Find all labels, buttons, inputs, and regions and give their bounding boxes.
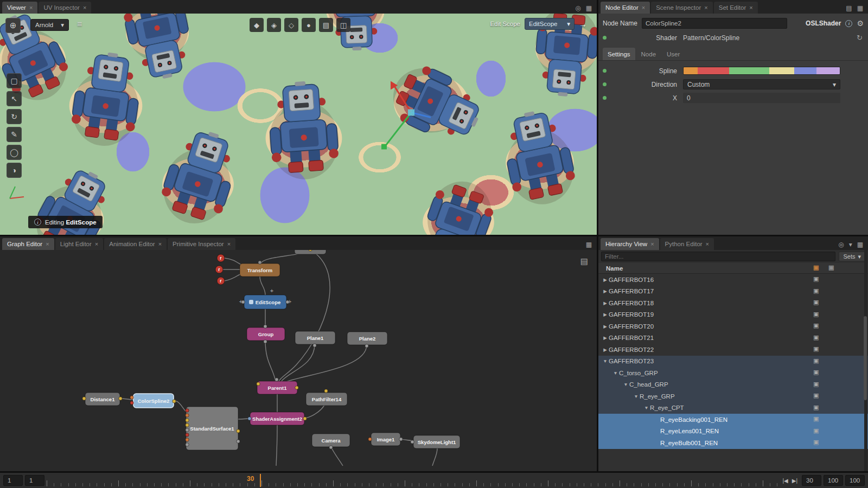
- graph-node-pathfilter14[interactable]: PathFilter14: [306, 393, 347, 406]
- graph-node-plane1[interactable]: Plane1: [295, 331, 335, 344]
- hierarchy-row-gafferbot23[interactable]: ▼GAFFERBOT23▣: [598, 356, 868, 368]
- layout-grid-icon[interactable]: ▦: [857, 4, 863, 12]
- image-compare-icon[interactable]: ◫: [336, 18, 350, 32]
- direction-select[interactable]: Custom ▾: [683, 79, 840, 89]
- hierarchy-row-r-eye-grp[interactable]: ▼R_eye_GRP▣: [598, 390, 868, 402]
- sets-filter-button[interactable]: Sets ▾: [839, 252, 865, 261]
- plug-dot[interactable]: [303, 417, 307, 420]
- plug-dot[interactable]: [324, 389, 328, 393]
- set-membership-cube-icon[interactable]: ▣: [813, 369, 819, 376]
- edit-scope-select[interactable]: EditScope ▾: [525, 18, 575, 30]
- annotation-note-icon[interactable]: ▤: [580, 256, 588, 266]
- close-tab-icon[interactable]: ×: [706, 241, 709, 247]
- node-connection[interactable]: [265, 341, 276, 381]
- plug-dot[interactable]: [237, 429, 240, 433]
- plug-dot[interactable]: [264, 340, 267, 343]
- expression-plug-dot[interactable]: r: [215, 266, 223, 273]
- hierarchy-row-c-torso-grp[interactable]: ▼C_torso_GRP▣: [598, 367, 868, 379]
- plug-dot[interactable]: [237, 440, 240, 443]
- set-membership-cube-icon[interactable]: ▣: [813, 322, 819, 329]
- camera-tool-icon[interactable]: ◯: [7, 145, 22, 160]
- close-tab-icon[interactable]: ×: [704, 5, 707, 11]
- toy-robot[interactable]: [67, 48, 146, 150]
- frame-field[interactable]: 100: [845, 475, 865, 486]
- set-membership-cube-icon[interactable]: ▣: [813, 275, 819, 282]
- plug-dot[interactable]: [186, 409, 189, 412]
- timeline-ruler[interactable]: 30: [47, 473, 778, 488]
- expression-plug-dot[interactable]: r: [217, 277, 225, 285]
- hierarchy-filter-input[interactable]: [601, 252, 835, 261]
- close-tab-icon[interactable]: ×: [46, 241, 49, 247]
- close-tab-icon[interactable]: ×: [83, 5, 86, 11]
- hierarchy-row-gafferbot18[interactable]: ▶GAFFERBOT18▣: [598, 297, 868, 309]
- select-tool-icon[interactable]: ▢: [7, 73, 22, 88]
- set-membership-cube-icon[interactable]: ▣: [813, 299, 819, 306]
- panel-menu-icon[interactable]: ▤: [846, 4, 852, 12]
- viewer-menu-icon[interactable]: ≡: [77, 20, 82, 29]
- set-membership-cube-icon[interactable]: ▣: [813, 287, 819, 294]
- set-membership-cube-icon[interactable]: ▣: [813, 311, 819, 318]
- graph-node-shaderassignment2[interactable]: ShaderAssignment2: [250, 412, 304, 425]
- node-connection[interactable]: [225, 258, 241, 265]
- graph-node-editscope[interactable]: EditScope: [244, 295, 286, 309]
- render-control-icon[interactable]: ◎: [838, 241, 844, 248]
- expander-icon[interactable]: ▶: [602, 324, 609, 329]
- node-graph-canvas[interactable]: +++TransformEditScopeGroupPlane1Plane2Pa…: [0, 250, 597, 471]
- layout-grid-icon[interactable]: ▦: [586, 241, 592, 248]
- shaded-cube-icon[interactable]: ◆: [250, 18, 264, 32]
- tab-user[interactable]: User: [662, 48, 685, 60]
- graph-node-transform[interactable]: Transform: [240, 264, 280, 277]
- plug-dot[interactable]: [329, 446, 333, 449]
- set-membership-cube-icon[interactable]: ▣: [813, 381, 819, 388]
- inclusions-column-icon[interactable]: ▣: [813, 264, 819, 271]
- expression-plug-dot[interactable]: r: [217, 254, 225, 262]
- plug-dot[interactable]: [186, 419, 189, 422]
- tab-light-editor[interactable]: Light Editor×: [55, 238, 104, 250]
- renderer-select[interactable]: Arnold ▾: [30, 19, 69, 31]
- hierarchy-row-gafferbot21[interactable]: ▶GAFFERBOT21▣: [598, 332, 868, 344]
- rotate-tool-icon[interactable]: ↻: [7, 109, 22, 124]
- translate-tool-icon[interactable]: ↖: [7, 91, 22, 106]
- node-connection[interactable]: [283, 345, 367, 383]
- close-tab-icon[interactable]: ×: [642, 5, 645, 11]
- set-membership-cube-icon[interactable]: ▣: [813, 439, 819, 446]
- node-connection[interactable]: [225, 274, 241, 281]
- close-tab-icon[interactable]: ×: [227, 241, 231, 247]
- layout-grid-icon[interactable]: ▦: [586, 4, 592, 12]
- plug-dot[interactable]: [365, 344, 368, 348]
- plug-dot[interactable]: [368, 438, 372, 441]
- tab-node-editor[interactable]: Node Editor×: [601, 2, 650, 14]
- tab-primitive-inspector[interactable]: Primitive Inspector×: [168, 238, 235, 250]
- plug-dot[interactable]: [309, 250, 312, 251]
- skip-to-end-button[interactable]: ▶|: [792, 478, 797, 484]
- toy-robot[interactable]: [412, 172, 501, 235]
- exclusions-column-icon[interactable]: ▣: [828, 264, 834, 271]
- node-name-input[interactable]: [642, 18, 787, 29]
- edit-scope-navigate-icon[interactable]: →: [579, 20, 587, 29]
- graph-node-standardsurface1[interactable]: StandardSurface1: [186, 407, 238, 450]
- spline-gradient-widget[interactable]: [683, 67, 840, 75]
- plug-dot[interactable]: [186, 433, 189, 436]
- graph-node-parent1[interactable]: Parent1: [257, 381, 297, 394]
- hierarchy-row-gafferbot22[interactable]: ▶GAFFERBOT22▣: [598, 344, 868, 356]
- plug-dot[interactable]: [313, 344, 316, 347]
- camera-settings-icon[interactable]: ▤: [319, 18, 333, 32]
- tab-python-editor[interactable]: Python Editor×: [660, 238, 714, 250]
- light-tool-icon[interactable]: ◑: [7, 163, 22, 178]
- plug-dot[interactable]: [119, 397, 122, 400]
- render-control-icon[interactable]: ◎: [575, 4, 580, 12]
- graph-node-plane2[interactable]: Plane2: [347, 332, 387, 345]
- graph-node-camera[interactable]: Camera: [312, 434, 350, 447]
- plug-dot[interactable]: [186, 428, 189, 432]
- plug-dot[interactable]: [130, 401, 133, 404]
- node-connection[interactable]: [331, 447, 343, 466]
- set-membership-cube-icon[interactable]: ▣: [813, 404, 819, 411]
- hierarchy-row-r-eyebacking001-ren[interactable]: R_eyeBacking001_REN▣: [598, 414, 868, 426]
- plug-dot[interactable]: [130, 396, 133, 399]
- close-tab-icon[interactable]: ×: [29, 5, 33, 11]
- expansion-sphere-icon[interactable]: ●: [302, 18, 316, 32]
- tab-hierarchy-view[interactable]: Hierarchy View×: [601, 238, 659, 250]
- plug-dot[interactable]: [186, 423, 189, 427]
- hierarchy-row-gafferbot19[interactable]: ▶GAFFERBOT19▣: [598, 309, 868, 321]
- expander-icon[interactable]: ▼: [643, 405, 650, 410]
